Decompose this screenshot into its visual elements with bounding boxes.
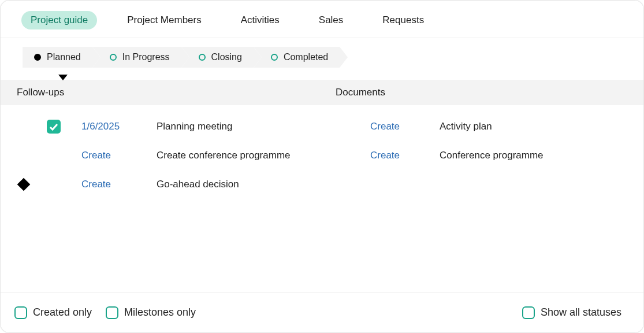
footer-bar: Created only Milestones only Show all st… [1,292,643,332]
followup-create-link[interactable]: Create [81,179,157,190]
status-indicator-icon [199,54,206,61]
followup-title: Planning meeting [157,121,370,132]
header-followups: Follow-ups [1,87,336,98]
status-label: Completed [284,52,328,62]
document-create-link[interactable]: Create [370,150,440,161]
followup-date-link[interactable]: 1/6/2025 [81,121,157,132]
created-only-label[interactable]: Created only [33,306,92,319]
section-headers: Follow-ups Documents [1,80,643,105]
checkmark-done-icon[interactable] [47,120,61,134]
followup-title: Go-ahead decision [157,179,370,190]
followup-title: Create conference programme [157,150,370,161]
document-title: Conference programme [440,150,544,161]
created-only-checkbox[interactable] [14,306,27,319]
header-documents: Documents [336,87,385,98]
milestones-only-label[interactable]: Milestones only [124,306,196,319]
status-label: In Progress [122,52,170,62]
milestones-only-checkbox[interactable] [106,306,118,319]
row-check-cell [47,120,81,134]
project-guide-panel: Project guide Project Members Activities… [0,0,644,333]
footer-left: Created only Milestones only [14,306,204,319]
tab-project-guide[interactable]: Project guide [21,11,97,29]
status-indicator-icon [110,54,117,61]
status-completed[interactable]: Completed [254,47,340,68]
status-label: Closing [211,52,242,62]
guide-row: Create Go-ahead decision [1,170,643,199]
status-stage-bar: Planned In Progress Closing Completed [1,38,643,71]
tab-requests[interactable]: Requests [373,11,433,29]
status-planned[interactable]: Planned [23,47,92,68]
current-status-caret-icon [58,75,68,80]
show-all-statuses-label[interactable]: Show all statuses [541,306,621,319]
guide-row: 1/6/2025 Planning meeting Create Activit… [1,112,643,141]
tab-sales[interactable]: Sales [310,11,353,29]
status-closing[interactable]: Closing [181,47,254,68]
status-in-progress[interactable]: In Progress [92,47,181,68]
tab-bar: Project guide Project Members Activities… [1,1,643,38]
followup-create-link[interactable]: Create [81,150,157,161]
tab-project-members[interactable]: Project Members [118,11,210,29]
guide-row: Create Create conference programme Creat… [1,141,643,170]
show-all-statuses-checkbox[interactable] [522,306,535,319]
document-create-link[interactable]: Create [370,121,440,132]
footer-right: Show all statuses [522,306,630,319]
document-title: Activity plan [440,121,492,132]
guide-rows: 1/6/2025 Planning meeting Create Activit… [1,105,643,292]
status-label: Planned [47,52,81,62]
row-milestone-cell [1,180,47,189]
milestone-diamond-icon [17,178,31,191]
status-indicator-icon [34,54,41,61]
status-indicator-icon [271,54,278,61]
tab-activities[interactable]: Activities [232,11,289,29]
